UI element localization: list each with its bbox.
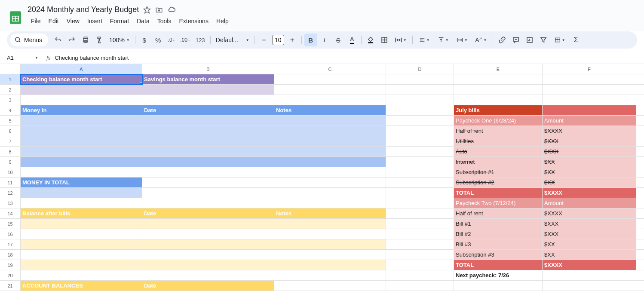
cell-extra-12[interactable] bbox=[636, 188, 644, 198]
cell-C1[interactable] bbox=[274, 74, 386, 85]
row-header-3[interactable]: 3 bbox=[0, 95, 21, 105]
cell-C15[interactable] bbox=[274, 219, 386, 229]
cell-E15[interactable]: Bill #1 bbox=[454, 219, 543, 229]
redo-button[interactable] bbox=[65, 34, 78, 46]
cell-D8[interactable] bbox=[386, 147, 454, 157]
cell-extra-4[interactable] bbox=[636, 105, 644, 116]
cell-A16[interactable] bbox=[21, 229, 142, 239]
cell-B6[interactable] bbox=[142, 126, 274, 136]
cell-A4[interactable]: Money in bbox=[21, 105, 142, 116]
cell-A17[interactable] bbox=[21, 239, 142, 250]
cell-D5[interactable] bbox=[386, 116, 454, 126]
cell-F2[interactable] bbox=[543, 85, 636, 95]
cell-extra-9[interactable] bbox=[636, 157, 644, 167]
cell-B1[interactable]: Savings balance month start bbox=[142, 74, 274, 85]
cell-B20[interactable] bbox=[142, 270, 274, 281]
name-box[interactable]: A1 ▼ bbox=[3, 52, 42, 64]
cell-F11[interactable]: $XX bbox=[543, 178, 636, 188]
menu-tools[interactable]: Tools bbox=[154, 16, 175, 26]
cell-C13[interactable] bbox=[274, 198, 386, 208]
cell-extra-5[interactable] bbox=[636, 116, 644, 126]
cell-E17[interactable]: Bill #3 bbox=[454, 239, 543, 250]
cell-C18[interactable] bbox=[274, 250, 386, 260]
fill-color-button[interactable] bbox=[364, 34, 377, 46]
cell-F5[interactable]: Amount bbox=[543, 116, 636, 126]
cell-F1[interactable] bbox=[543, 74, 636, 85]
cell-F3[interactable] bbox=[543, 95, 636, 105]
cell-C5[interactable] bbox=[274, 116, 386, 126]
filter-button[interactable] bbox=[537, 34, 550, 46]
cell-D16[interactable] bbox=[386, 229, 454, 239]
cell-C6[interactable] bbox=[274, 126, 386, 136]
row-header-1[interactable]: 1 bbox=[0, 74, 21, 85]
functions-button[interactable]: Σ bbox=[570, 34, 583, 46]
cell-C17[interactable] bbox=[274, 239, 386, 250]
cell-D4[interactable] bbox=[386, 105, 454, 116]
cell-A15[interactable] bbox=[21, 219, 142, 229]
cell-C2[interactable] bbox=[274, 85, 386, 95]
cell-E3[interactable] bbox=[454, 95, 543, 105]
cell-A21[interactable]: ACCOUNT BALANCES bbox=[21, 281, 142, 291]
cell-D14[interactable] bbox=[386, 208, 454, 219]
cell-C8[interactable] bbox=[274, 147, 386, 157]
cell-E13[interactable]: Paycheck Two (7/12/24) bbox=[454, 198, 543, 208]
col-header-A[interactable]: A bbox=[21, 64, 142, 74]
col-header-B[interactable]: B bbox=[142, 64, 274, 74]
spreadsheet-grid[interactable]: ABCDEF1Checking balance month startSavin… bbox=[0, 64, 644, 291]
halign-button[interactable]: ▼ bbox=[415, 34, 433, 46]
menus-search-button[interactable]: Menus bbox=[10, 34, 48, 46]
cell-D15[interactable] bbox=[386, 219, 454, 229]
cell-E8[interactable]: Auto bbox=[454, 147, 543, 157]
cell-E6[interactable]: Half of rent bbox=[454, 126, 543, 136]
formula-text[interactable]: Checking balance month start bbox=[55, 55, 129, 61]
cell-B14[interactable]: Date bbox=[142, 208, 274, 219]
zoom-select[interactable]: 100%▼ bbox=[107, 34, 132, 46]
fontsize-input[interactable] bbox=[272, 35, 284, 45]
cell-extra-19[interactable] bbox=[636, 260, 644, 270]
cell-extra-7[interactable] bbox=[636, 136, 644, 147]
cell-extra-1[interactable] bbox=[636, 74, 644, 85]
cell-D12[interactable] bbox=[386, 188, 454, 198]
menu-file[interactable]: File bbox=[28, 16, 44, 26]
comment-button[interactable] bbox=[509, 34, 522, 46]
wrap-button[interactable]: ▼ bbox=[453, 34, 471, 46]
cloud-icon[interactable] bbox=[167, 6, 176, 14]
undo-button[interactable] bbox=[52, 34, 64, 46]
cell-F4[interactable] bbox=[543, 105, 636, 116]
row-header-16[interactable]: 16 bbox=[0, 229, 21, 239]
cell-extra-3[interactable] bbox=[636, 95, 644, 105]
strikethrough-button[interactable]: S bbox=[332, 34, 345, 46]
row-header-9[interactable]: 9 bbox=[0, 157, 21, 167]
cell-B13[interactable] bbox=[142, 198, 274, 208]
sheets-logo[interactable] bbox=[7, 9, 24, 26]
cell-B15[interactable] bbox=[142, 219, 274, 229]
cell-A13[interactable] bbox=[21, 198, 142, 208]
star-icon[interactable] bbox=[143, 6, 151, 14]
cell-B2[interactable] bbox=[142, 85, 274, 95]
col-header-extra[interactable] bbox=[636, 64, 644, 74]
row-header-7[interactable]: 7 bbox=[0, 136, 21, 147]
row-header-20[interactable]: 20 bbox=[0, 270, 21, 281]
row-header-19[interactable]: 19 bbox=[0, 260, 21, 270]
cell-E9[interactable]: Internet bbox=[454, 157, 543, 167]
cell-D13[interactable] bbox=[386, 198, 454, 208]
cell-D17[interactable] bbox=[386, 239, 454, 250]
table-view-button[interactable]: ▼ bbox=[551, 34, 569, 46]
cell-F10[interactable]: $XX bbox=[543, 167, 636, 178]
cell-B5[interactable] bbox=[142, 116, 274, 126]
print-button[interactable] bbox=[79, 34, 92, 46]
row-header-18[interactable]: 18 bbox=[0, 250, 21, 260]
cell-F20[interactable] bbox=[543, 270, 636, 281]
menu-edit[interactable]: Edit bbox=[45, 16, 62, 26]
menu-insert[interactable]: Insert bbox=[84, 16, 106, 26]
cell-F21[interactable] bbox=[543, 281, 636, 291]
cell-E4[interactable]: July bills bbox=[454, 105, 543, 116]
cell-F7[interactable]: $XXX bbox=[543, 136, 636, 147]
cell-E20[interactable]: Next paycheck: 7/26 bbox=[454, 270, 543, 281]
cell-B3[interactable] bbox=[142, 95, 274, 105]
cell-extra-13[interactable] bbox=[636, 198, 644, 208]
cell-E1[interactable] bbox=[454, 74, 543, 85]
cell-A1[interactable]: Checking balance month start bbox=[21, 74, 142, 85]
decrease-decimal-button[interactable]: .0← bbox=[166, 34, 178, 46]
menu-help[interactable]: Help bbox=[213, 16, 232, 26]
